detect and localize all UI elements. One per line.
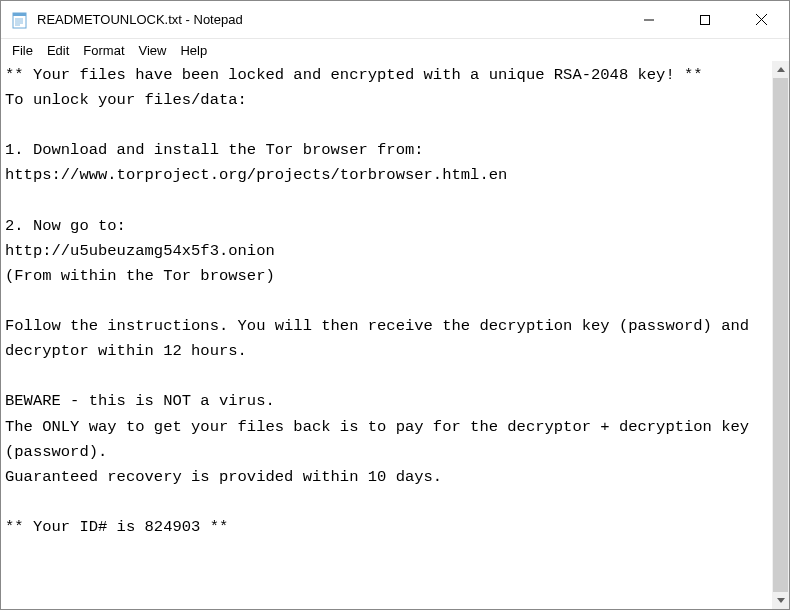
scroll-down-arrow[interactable] [772, 592, 789, 609]
notepad-window: READMETOUNLOCK.txt - Notepad File E [0, 0, 790, 610]
scroll-up-arrow[interactable] [772, 61, 789, 78]
titlebar[interactable]: READMETOUNLOCK.txt - Notepad [1, 1, 789, 39]
chevron-up-icon [777, 67, 785, 72]
maximize-icon [700, 15, 710, 25]
text-editor[interactable]: ** Your files have been locked and encry… [1, 61, 772, 609]
minimize-button[interactable] [621, 1, 677, 38]
close-icon [756, 14, 767, 25]
menu-view[interactable]: View [132, 42, 174, 59]
menu-help[interactable]: Help [173, 42, 214, 59]
window-controls [621, 1, 789, 38]
maximize-button[interactable] [677, 1, 733, 38]
menubar: File Edit Format View Help [1, 39, 789, 61]
minimize-icon [644, 15, 654, 25]
content-area: ** Your files have been locked and encry… [1, 61, 789, 609]
scroll-thumb[interactable] [773, 78, 788, 592]
svg-rect-7 [701, 15, 710, 24]
menu-format[interactable]: Format [76, 42, 131, 59]
window-title: READMETOUNLOCK.txt - Notepad [37, 12, 621, 27]
vertical-scrollbar[interactable] [772, 61, 789, 609]
notepad-icon [11, 10, 29, 30]
menu-file[interactable]: File [5, 42, 40, 59]
scroll-track[interactable] [772, 78, 789, 592]
close-button[interactable] [733, 1, 789, 38]
chevron-down-icon [777, 598, 785, 603]
menu-edit[interactable]: Edit [40, 42, 76, 59]
svg-rect-1 [13, 13, 26, 16]
